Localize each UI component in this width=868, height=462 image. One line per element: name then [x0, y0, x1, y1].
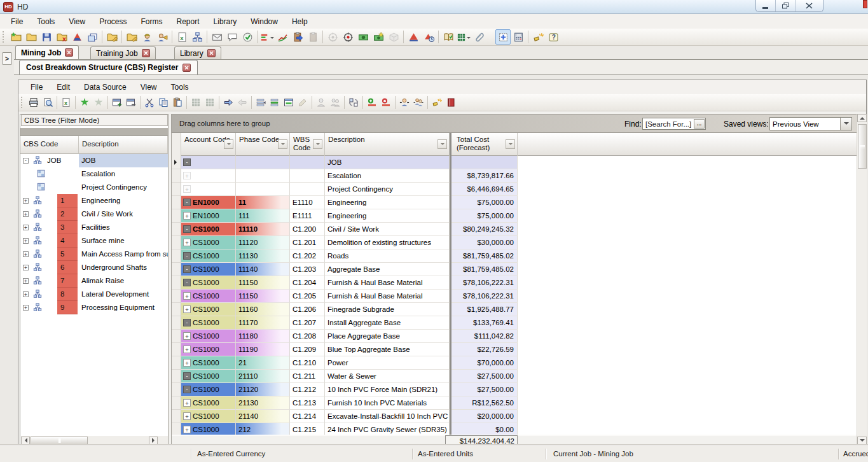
collapse-icon[interactable]: - — [23, 158, 29, 164]
collapse-icon[interactable]: - — [183, 199, 191, 206]
indent-rows-icon[interactable] — [268, 95, 282, 109]
menu-view[interactable]: View — [62, 15, 92, 28]
row-selector[interactable] — [172, 423, 181, 435]
grid-row[interactable]: +EN1000111E1111Engineering$75,000.00 — [172, 209, 857, 223]
expand-icon[interactable]: + — [23, 278, 29, 284]
collapse-icon[interactable]: - — [183, 279, 191, 286]
cell-phase-code[interactable] — [236, 183, 290, 196]
cell-total-cost[interactable]: $81,759,485.02 — [451, 263, 518, 276]
cascade-windows-icon[interactable] — [85, 29, 100, 45]
cell-total-cost[interactable]: $6,446,694.65 — [451, 183, 518, 196]
print-preview-icon[interactable] — [41, 95, 55, 109]
restore-button[interactable] — [776, 0, 796, 11]
add-cost-item-icon[interactable] — [365, 95, 379, 109]
expand-icon[interactable]: + — [23, 265, 29, 270]
resource-manager-icon[interactable] — [139, 29, 155, 45]
cell-description[interactable]: Install Aggregate Base — [325, 316, 450, 330]
tree-row[interactable]: Project Contingency — [20, 181, 168, 194]
send-mail-icon[interactable] — [209, 29, 224, 45]
tab-mining-job[interactable]: Mining Job — [15, 45, 79, 59]
grid-row[interactable]: -CS100011170C1.207Install Aggregate Base… — [172, 316, 857, 330]
cell-wbs-code[interactable] — [290, 156, 325, 169]
cell-phase-code[interactable]: 11120 — [236, 236, 290, 249]
row-selector[interactable] — [172, 370, 181, 383]
cell-phase-code[interactable]: 11170 — [236, 316, 290, 330]
menu-view[interactable]: View — [134, 81, 164, 94]
crew-transfer-icon[interactable] — [411, 95, 425, 109]
grid-row[interactable]: +CS100011150C1.205Furnish & Haul Base Ma… — [172, 290, 857, 303]
cell-phase-code[interactable] — [236, 169, 290, 183]
column-header-total-cost-forecast-[interactable]: Total Cost (Forecast) — [453, 133, 518, 156]
cell-wbs-code[interactable]: C1.202 — [290, 249, 325, 263]
menu-window[interactable]: Window — [244, 15, 285, 28]
row-selector[interactable] — [172, 290, 181, 303]
cell-phase-code[interactable]: 111 — [236, 209, 290, 223]
menu-library[interactable]: Library — [207, 15, 244, 28]
cell-total-cost[interactable]: $111,042.82 — [451, 330, 518, 343]
expand-icon[interactable]: + — [23, 238, 29, 244]
cell-description[interactable]: Blue Top Aggregate Base — [325, 343, 450, 356]
cell-description[interactable]: Escalation — [325, 169, 450, 183]
tree-row[interactable]: +3Facilities — [20, 221, 168, 234]
grid-row[interactable]: -EN100011E1110Engineering$75,000.00 — [172, 196, 857, 209]
cell-account-code[interactable]: +CS1000 — [181, 303, 236, 316]
grid-row[interactable]: +Project Contingency$6,446,694.65 — [172, 183, 857, 196]
cell-phase-code[interactable] — [236, 156, 290, 169]
cash-flow-icon[interactable] — [355, 29, 371, 45]
expand-icon[interactable]: + — [23, 198, 29, 204]
chevron-down-icon[interactable] — [840, 118, 851, 130]
cell-description[interactable]: 24 Inch PVC Gravity Sewer (SDR35) — [325, 423, 450, 435]
cell-total-cost[interactable]: R$12,562.50 — [451, 396, 518, 410]
cell-wbs-code[interactable] — [290, 183, 325, 196]
row-selector[interactable] — [172, 263, 181, 276]
scroll-left-icon[interactable] — [21, 437, 30, 445]
cell-description[interactable]: Place Aggregate Base — [325, 330, 450, 343]
insert-window-icon[interactable] — [110, 95, 124, 109]
tab-training-job[interactable]: Training Job — [90, 46, 156, 59]
cell-phase-code[interactable]: 11160 — [236, 303, 290, 316]
tree-row[interactable]: +4Surface mine — [20, 234, 168, 248]
cell-total-cost[interactable]: $80,249,245.32 — [451, 223, 518, 236]
cell-wbs-code[interactable]: C1.208 — [290, 330, 325, 343]
row-selector[interactable] — [172, 156, 181, 169]
move-left-icon[interactable] — [235, 95, 249, 109]
new-item-icon[interactable] — [78, 95, 92, 109]
frozen-column-divider[interactable] — [450, 133, 451, 156]
row-selector[interactable] — [172, 303, 181, 316]
excel-import-icon[interactable] — [189, 95, 203, 109]
cell-account-code[interactable]: +CS1000 — [181, 330, 236, 343]
cell-description[interactable]: Project Contingency — [325, 183, 450, 196]
open-job-icon[interactable] — [8, 29, 24, 45]
cell-wbs-code[interactable]: C1.209 — [290, 343, 325, 356]
grid-row[interactable]: +CS100011120C1.201Demolition of existing… — [172, 236, 857, 249]
cost-pyramid-icon[interactable] — [406, 29, 421, 45]
scroll-up-icon[interactable] — [857, 114, 867, 122]
expand-icon[interactable]: + — [183, 346, 191, 353]
row-selector[interactable] — [172, 249, 181, 263]
cell-phase-code[interactable]: 21130 — [236, 396, 290, 410]
menu-data-source[interactable]: Data Source — [77, 81, 134, 94]
grid-row[interactable]: +CS100021140C1.214Excavate-Install-Backf… — [172, 410, 857, 423]
target-costs-icon[interactable] — [340, 29, 355, 45]
cell-description[interactable]: JOB — [325, 156, 450, 169]
cell-description[interactable]: Roads — [325, 249, 450, 263]
cell-wbs-code[interactable]: C1.204 — [290, 276, 325, 290]
whats-new-icon[interactable] — [530, 29, 546, 45]
tab-library[interactable]: Library — [174, 46, 221, 59]
grid-row[interactable]: -JOB — [172, 156, 857, 169]
collapse-icon[interactable]: - — [183, 319, 191, 326]
grid-row[interactable]: -CS100021110C1.211Water & Sewer$27,500.0… — [172, 370, 857, 383]
cell-description[interactable]: 10 Inch PVC Force Main (SDR21) — [325, 383, 450, 396]
target-inactive-icon[interactable] — [325, 29, 340, 45]
menu-help[interactable]: Help — [285, 15, 315, 28]
clipboard-icon[interactable] — [305, 29, 320, 45]
cell-wbs-code[interactable] — [290, 169, 325, 183]
outdent-rows-icon[interactable] — [254, 95, 268, 109]
menu-edit[interactable]: Edit — [50, 81, 77, 94]
pyramid-history-icon[interactable] — [421, 29, 436, 45]
snapshot-history-icon[interactable] — [386, 29, 401, 45]
row-selector[interactable] — [172, 383, 181, 396]
tree-row[interactable]: +1Engineering — [20, 194, 168, 207]
org-structure-icon[interactable] — [189, 29, 205, 45]
help-icon[interactable]: ? — [546, 29, 561, 45]
